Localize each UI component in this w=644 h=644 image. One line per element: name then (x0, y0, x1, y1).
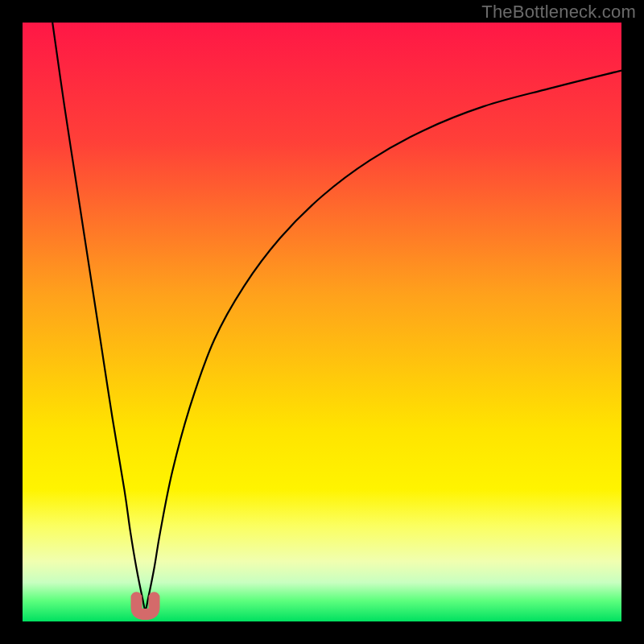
plot-area (23, 23, 621, 621)
chart-frame: TheBottleneck.com (0, 0, 644, 644)
plot-svg (23, 23, 621, 621)
gradient-background (23, 23, 621, 621)
watermark-text: TheBottleneck.com (481, 2, 636, 23)
